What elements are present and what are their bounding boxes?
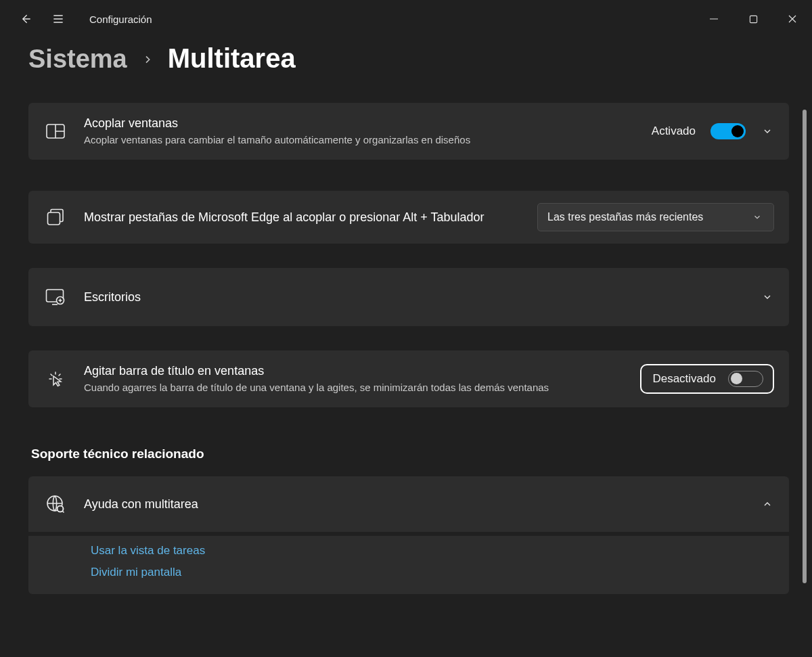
minimize-button[interactable]: [694, 5, 734, 32]
tabs-icon: [45, 208, 66, 226]
back-button[interactable]: [9, 3, 42, 35]
content-area: Acoplar ventanas Acoplar ventanas para c…: [28, 103, 789, 650]
chevron-right-icon: [142, 54, 153, 65]
setting-desktops[interactable]: Escritorios: [28, 268, 789, 326]
breadcrumb-parent[interactable]: Sistema: [28, 45, 127, 74]
setting-description: Cuando agarres la barra de título de una…: [84, 380, 623, 395]
shake-toggle[interactable]: [728, 371, 763, 387]
breadcrumb: Sistema Multitarea: [0, 38, 812, 91]
setting-snap-windows[interactable]: Acoplar ventanas Acoplar ventanas para c…: [28, 103, 789, 160]
toggle-state-label: Desactivado: [652, 372, 716, 386]
setting-title: Mostrar pestañas de Microsoft Edge al ac…: [84, 209, 520, 225]
chevron-up-icon[interactable]: [761, 497, 774, 511]
help-with-multitasking[interactable]: Ayuda con multitarea: [28, 476, 789, 532]
desktops-icon: [45, 288, 66, 306]
breadcrumb-current: Multitarea: [168, 43, 296, 74]
svg-rect-2: [48, 212, 60, 225]
titlebar: Configuración: [0, 0, 812, 38]
dropdown-value: Las tres pestañas más recientes: [547, 211, 740, 223]
shake-toggle-focus: Desactivado: [640, 364, 774, 394]
chevron-down-icon[interactable]: [761, 290, 774, 304]
help-link-task-view[interactable]: Usar la vista de tareas: [91, 544, 773, 558]
close-button[interactable]: [773, 5, 812, 32]
setting-title: Escritorios: [84, 289, 743, 305]
setting-title: Acoplar ventanas: [84, 115, 634, 131]
setting-title-bar-shake[interactable]: Agitar barra de título en ventanas Cuand…: [28, 350, 789, 407]
help-title: Ayuda con multitarea: [84, 496, 743, 512]
chevron-down-icon: [750, 210, 764, 224]
snap-toggle[interactable]: [710, 123, 746, 139]
help-links: Usar la vista de tareas Dividir mi panta…: [28, 536, 789, 594]
toggle-state-label: Activado: [652, 124, 696, 138]
setting-edge-tabs[interactable]: Mostrar pestañas de Microsoft Edge al ac…: [28, 191, 789, 244]
menu-button[interactable]: [42, 3, 74, 35]
chevron-down-icon[interactable]: [761, 124, 774, 138]
related-support-heading: Soporte técnico relacionado: [31, 447, 789, 461]
svg-rect-0: [750, 16, 757, 22]
help-link-split-screen[interactable]: Dividir mi pantalla: [91, 566, 773, 579]
snap-layout-icon: [45, 123, 66, 139]
setting-description: Acoplar ventanas para cambiar el tamaño …: [84, 133, 634, 148]
maximize-button[interactable]: [734, 5, 773, 32]
scrollbar[interactable]: [803, 110, 807, 648]
edge-tabs-dropdown[interactable]: Las tres pestañas más recientes: [537, 203, 774, 231]
app-title: Configuración: [89, 14, 152, 25]
globe-search-icon: [45, 495, 66, 514]
cursor-shake-icon: [45, 369, 66, 388]
setting-title: Agitar barra de título en ventanas: [84, 363, 623, 379]
